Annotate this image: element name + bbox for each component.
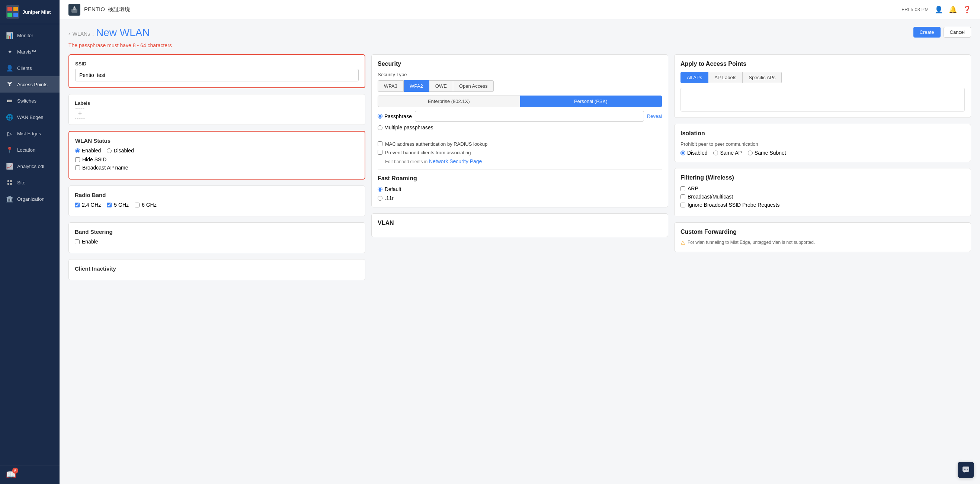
all-aps-tab[interactable]: All APs bbox=[681, 72, 708, 83]
network-security-link[interactable]: Network Security Page bbox=[429, 159, 482, 164]
passphrase-input[interactable] bbox=[415, 111, 644, 122]
multiple-passphrases-label: Multiple passphrases bbox=[384, 125, 433, 130]
security-title: Security bbox=[378, 60, 662, 67]
svg-point-5 bbox=[9, 84, 10, 86]
client-inactivity-title: Client Inactivity bbox=[75, 265, 359, 272]
reveal-link[interactable]: Reveal bbox=[647, 113, 662, 119]
monitor-icon: 📊 bbox=[6, 32, 13, 39]
isolation-same-ap-radio[interactable]: Same AP bbox=[713, 150, 741, 156]
security-type-label: Security Type bbox=[378, 72, 662, 77]
enterprise-button[interactable]: Enterprise (802.1X) bbox=[378, 95, 520, 107]
org-name: PENTIO_検証環境 bbox=[84, 6, 130, 13]
band-steering-enable-label: Enable bbox=[82, 239, 98, 244]
ssid-input[interactable] bbox=[75, 69, 359, 81]
sidebar-item-switches[interactable]: Switches bbox=[0, 92, 59, 109]
warning-text: For wlan tunneling to Mist Edge, untagge… bbox=[687, 240, 815, 245]
multiple-passphrases-radio[interactable]: Multiple passphrases bbox=[378, 125, 662, 130]
back-arrow[interactable]: ‹ bbox=[68, 31, 70, 37]
validation-error: The passphrase must have 8 - 64 characte… bbox=[68, 42, 971, 48]
isolation-disabled-radio[interactable]: Disabled bbox=[681, 150, 707, 156]
arp-checkbox[interactable]: ARP bbox=[681, 186, 965, 192]
ssid-label: SSID bbox=[75, 61, 359, 67]
sidebar-item-site[interactable]: Site bbox=[0, 175, 59, 191]
passphrase-radio[interactable]: Passphrase bbox=[378, 113, 412, 119]
security-type-group: WPA3 WPA2 OWE Open Access bbox=[378, 80, 662, 92]
band-6-label: 6 GHz bbox=[142, 202, 157, 208]
help-icon[interactable]: ❓ bbox=[963, 6, 971, 14]
header-area: ‹ WLANs : New WLAN The passphrase must h… bbox=[68, 27, 971, 48]
sidebar-item-label: WAN Edges bbox=[17, 114, 43, 120]
sidebar-item-analytics[interactable]: 📈 Analytics odl bbox=[0, 158, 59, 175]
dot11r-label: .11r bbox=[385, 195, 394, 201]
client-inactivity-card: Client Inactivity bbox=[68, 259, 365, 280]
header-actions: Create Cancel bbox=[913, 27, 972, 38]
default-roaming-radio[interactable]: Default bbox=[378, 186, 662, 192]
left-column: SSID Labels + WLAN Status Enabled bbox=[68, 54, 365, 286]
isolation-description: Prohibit peer to peer communication bbox=[681, 141, 965, 147]
sidebar-item-monitor[interactable]: 📊 Monitor bbox=[0, 27, 59, 43]
bell-icon[interactable]: 🔔 bbox=[949, 6, 957, 14]
breadcrumb-link[interactable]: WLANs bbox=[73, 31, 90, 37]
band-6-checkbox[interactable]: 6 GHz bbox=[135, 202, 157, 208]
specific-aps-tab[interactable]: Specific APs bbox=[743, 72, 782, 83]
band-24-label: 2.4 GHz bbox=[82, 202, 101, 208]
hide-ssid-checkbox[interactable]: Hide SSID bbox=[75, 157, 359, 162]
enabled-radio[interactable]: Enabled bbox=[75, 148, 101, 154]
broadcast-ap-label: Broadcast AP name bbox=[82, 165, 128, 171]
add-label-button[interactable]: + bbox=[75, 108, 85, 119]
juniper-logo-icon bbox=[6, 5, 19, 19]
ssid-card: SSID bbox=[68, 54, 365, 88]
isolation-radio-group: Disabled Same AP Same Subnet bbox=[681, 150, 965, 156]
band-5-checkbox[interactable]: 5 GHz bbox=[107, 202, 129, 208]
prevent-banned-label: Prevent banned clients from associating bbox=[385, 150, 471, 156]
broadcast-ap-checkbox[interactable]: Broadcast AP name bbox=[75, 165, 359, 171]
radio-band-card: Radio Band 2.4 GHz 5 GHz 6 GHz bbox=[68, 186, 365, 216]
radio-band-title: Radio Band bbox=[75, 192, 359, 198]
isolation-disabled-label: Disabled bbox=[687, 150, 707, 156]
sidebar-item-mist-edges[interactable]: ▷ Mist Edges bbox=[0, 125, 59, 142]
personal-psk-button[interactable]: Personal (PSK) bbox=[520, 95, 662, 107]
band-steering-enable-checkbox[interactable]: Enable bbox=[75, 239, 359, 244]
user-icon[interactable]: 👤 bbox=[935, 6, 943, 14]
sidebar-item-label: Monitor bbox=[17, 33, 33, 38]
sidebar-item-location[interactable]: 📍 Location bbox=[0, 142, 59, 158]
ap-search-box[interactable] bbox=[681, 88, 965, 111]
create-button[interactable]: Create bbox=[913, 27, 940, 38]
mac-auth-checkbox[interactable] bbox=[378, 141, 382, 146]
svg-rect-1 bbox=[8, 7, 12, 11]
sidebar-item-marvis[interactable]: ✦ Marvis™ bbox=[0, 43, 59, 60]
ignore-probe-checkbox[interactable]: Ignore Broadcast SSID Probe Requests bbox=[681, 202, 965, 208]
sidebar-item-label: Mist Edges bbox=[17, 131, 41, 136]
sidebar-item-wan-edges[interactable]: 🌐 WAN Edges bbox=[0, 109, 59, 125]
svg-point-16 bbox=[74, 6, 75, 8]
analytics-icon: 📈 bbox=[6, 162, 13, 170]
isolation-same-subnet-radio[interactable]: Same Subnet bbox=[748, 150, 786, 156]
wpa3-button[interactable]: WPA3 bbox=[378, 80, 404, 92]
chat-widget[interactable] bbox=[958, 462, 974, 478]
dot11r-radio[interactable]: .11r bbox=[378, 195, 662, 201]
broadcast-multicast-checkbox[interactable]: Broadcast/Multicast bbox=[681, 194, 965, 200]
sidebar-item-organization[interactable]: 🏛️ Organization bbox=[0, 191, 59, 207]
breadcrumb-separator: : bbox=[92, 31, 94, 37]
wpa2-button[interactable]: WPA2 bbox=[404, 80, 430, 92]
apply-aps-card: Apply to Access Points All APs AP Labels… bbox=[674, 54, 971, 118]
owe-button[interactable]: OWE bbox=[430, 80, 453, 92]
labels-card: Labels + bbox=[68, 94, 365, 125]
topbar: PENTIO_検証環境 FRI 5:03 PM 👤 🔔 ❓ bbox=[59, 0, 980, 19]
sidebar: Juniper Mist 📊 Monitor ✦ Marvis™ 👤 Clien… bbox=[0, 0, 59, 484]
help-icon-wrap[interactable]: 📖 6 bbox=[6, 470, 16, 479]
access-points-icon bbox=[6, 81, 13, 88]
band-24-checkbox[interactable]: 2.4 GHz bbox=[75, 202, 101, 208]
prevent-banned-checkbox[interactable] bbox=[378, 150, 382, 155]
sidebar-item-access-points[interactable]: Access Points bbox=[0, 76, 59, 92]
divider-1 bbox=[378, 136, 662, 136]
fast-roaming-section: Fast Roaming Default .11r bbox=[378, 175, 662, 201]
disabled-radio[interactable]: Disabled bbox=[107, 148, 134, 154]
chat-icon bbox=[962, 466, 970, 474]
open-access-button[interactable]: Open Access bbox=[453, 80, 494, 92]
sidebar-item-clients[interactable]: 👤 Clients bbox=[0, 60, 59, 76]
cancel-button[interactable]: Cancel bbox=[943, 27, 971, 38]
ap-labels-tab[interactable]: AP Labels bbox=[708, 72, 743, 83]
isolation-same-subnet-label: Same Subnet bbox=[754, 150, 786, 156]
prevent-banned-row: Prevent banned clients from associating bbox=[378, 150, 662, 156]
